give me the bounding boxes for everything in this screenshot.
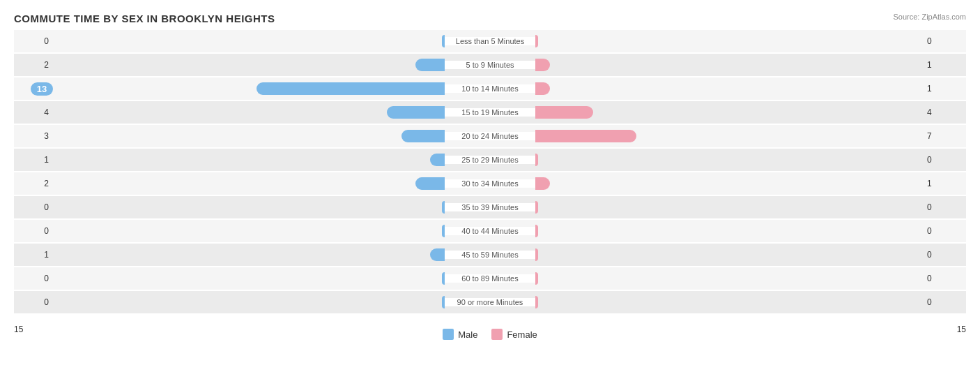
bars-and-label: 25 to 29 Minutes bbox=[56, 149, 924, 171]
female-bar-container bbox=[535, 248, 924, 262]
row-label: 90 or more Minutes bbox=[445, 298, 535, 306]
male-bar-container bbox=[56, 105, 445, 119]
right-value-container: 0 bbox=[924, 36, 966, 46]
bars-and-label: 35 to 39 Minutes bbox=[56, 196, 924, 218]
female-value: 4 bbox=[927, 107, 932, 117]
chart-row: 2 30 to 34 Minutes 1 bbox=[14, 172, 966, 195]
right-value-container: 0 bbox=[924, 297, 966, 307]
male-bar-container bbox=[56, 200, 445, 214]
female-value: 0 bbox=[927, 36, 932, 46]
male-bar-container bbox=[56, 177, 445, 191]
male-bar-container bbox=[56, 271, 445, 285]
bars-and-label: 45 to 59 Minutes bbox=[56, 244, 924, 266]
female-bar-container bbox=[535, 34, 924, 48]
legend-female-label: Female bbox=[507, 329, 537, 340]
male-value: 0 bbox=[11, 297, 53, 307]
chart-title: COMMUTE TIME BY SEX IN BROOKLYN HEIGHTS bbox=[14, 13, 966, 24]
left-value-container: 1 bbox=[14, 250, 56, 260]
female-bar bbox=[535, 82, 550, 95]
female-value: 1 bbox=[927, 179, 932, 188]
male-value: 1 bbox=[11, 155, 53, 165]
left-value-container: 0 bbox=[14, 36, 56, 46]
left-value-container: 2 bbox=[14, 60, 56, 70]
right-value-container: 1 bbox=[924, 179, 966, 188]
legend-female-box bbox=[491, 329, 503, 340]
female-bar-container bbox=[535, 177, 924, 191]
female-bar bbox=[535, 35, 538, 47]
right-value-container: 0 bbox=[924, 274, 966, 283]
bars-and-label: Less than 5 Minutes bbox=[56, 30, 924, 52]
left-value-container: 0 bbox=[14, 226, 56, 236]
axis-left-label: 15 bbox=[14, 325, 23, 340]
male-bar-container bbox=[56, 129, 445, 143]
row-label: 5 to 9 Minutes bbox=[445, 61, 535, 69]
female-value: 0 bbox=[927, 202, 932, 212]
male-bar-container bbox=[56, 295, 445, 309]
male-value: 0 bbox=[11, 274, 53, 283]
female-value: 1 bbox=[927, 84, 932, 94]
right-value-container: 0 bbox=[924, 250, 966, 260]
chart-row: 1 25 to 29 Minutes 0 bbox=[14, 149, 966, 171]
male-bar-container bbox=[56, 248, 445, 262]
male-value: 4 bbox=[11, 107, 53, 117]
legend-female: Female bbox=[491, 329, 537, 340]
female-bar-container bbox=[535, 295, 924, 309]
male-bar-container bbox=[56, 58, 445, 72]
female-bar bbox=[535, 248, 538, 261]
right-value-container: 4 bbox=[924, 107, 966, 117]
chart-row: 1 45 to 59 Minutes 0 bbox=[14, 244, 966, 266]
male-value-highlight: 13 bbox=[31, 82, 53, 96]
female-bar-container bbox=[535, 153, 924, 167]
chart-row: 13 10 to 14 Minutes 1 bbox=[14, 77, 966, 100]
bars-and-label: 40 to 44 Minutes bbox=[56, 220, 924, 242]
bars-and-label: 20 to 24 Minutes bbox=[56, 125, 924, 147]
bars-and-label: 90 or more Minutes bbox=[56, 291, 924, 313]
row-label: 35 to 39 Minutes bbox=[445, 203, 535, 211]
male-bar bbox=[430, 154, 445, 166]
right-value-container: 7 bbox=[924, 131, 966, 141]
chart-row: 2 5 to 9 Minutes 1 bbox=[14, 54, 966, 76]
chart-row: 0 Less than 5 Minutes 0 bbox=[14, 30, 966, 52]
female-bar bbox=[535, 154, 538, 166]
female-bar-container bbox=[535, 82, 924, 96]
legend-male-box bbox=[443, 329, 454, 340]
bars-and-label: 10 to 14 Minutes bbox=[56, 77, 924, 100]
female-bar-container bbox=[535, 200, 924, 214]
male-bar bbox=[430, 248, 445, 261]
male-bar bbox=[415, 177, 445, 190]
right-value-container: 0 bbox=[924, 226, 966, 236]
female-bar-container bbox=[535, 129, 924, 143]
female-value: 0 bbox=[927, 250, 932, 260]
source-text: Source: ZipAtlas.com bbox=[893, 13, 966, 21]
male-bar bbox=[387, 106, 445, 119]
row-label: 45 to 59 Minutes bbox=[445, 251, 535, 259]
row-label: 60 to 89 Minutes bbox=[445, 274, 535, 283]
female-bar-container bbox=[535, 271, 924, 285]
right-value-container: 0 bbox=[924, 155, 966, 165]
left-value-container: 13 bbox=[14, 82, 56, 96]
male-value: 1 bbox=[11, 250, 53, 260]
bars-and-label: 5 to 9 Minutes bbox=[56, 54, 924, 76]
row-label: 40 to 44 Minutes bbox=[445, 227, 535, 235]
female-bar bbox=[535, 177, 550, 190]
chart-container: COMMUTE TIME BY SEX IN BROOKLYN HEIGHTS … bbox=[0, 0, 980, 365]
female-value: 7 bbox=[927, 131, 932, 141]
female-bar-container bbox=[535, 224, 924, 238]
chart-row: 0 40 to 44 Minutes 0 bbox=[14, 220, 966, 242]
male-bar-container bbox=[56, 224, 445, 238]
left-value-container: 3 bbox=[14, 131, 56, 141]
row-label: 30 to 34 Minutes bbox=[445, 179, 535, 188]
female-bar bbox=[535, 272, 538, 285]
left-value-container: 0 bbox=[14, 202, 56, 212]
female-value: 0 bbox=[927, 274, 932, 283]
chart-row: 3 20 to 24 Minutes 7 bbox=[14, 125, 966, 147]
right-value-container: 1 bbox=[924, 60, 966, 70]
right-value-container: 1 bbox=[924, 84, 966, 94]
female-value: 0 bbox=[927, 226, 932, 236]
male-bar-container bbox=[56, 82, 445, 96]
legend-male-label: Male bbox=[458, 329, 477, 340]
female-bar bbox=[535, 225, 538, 237]
legend-male: Male bbox=[443, 329, 477, 340]
male-bar bbox=[401, 130, 445, 142]
female-value: 1 bbox=[927, 60, 932, 70]
